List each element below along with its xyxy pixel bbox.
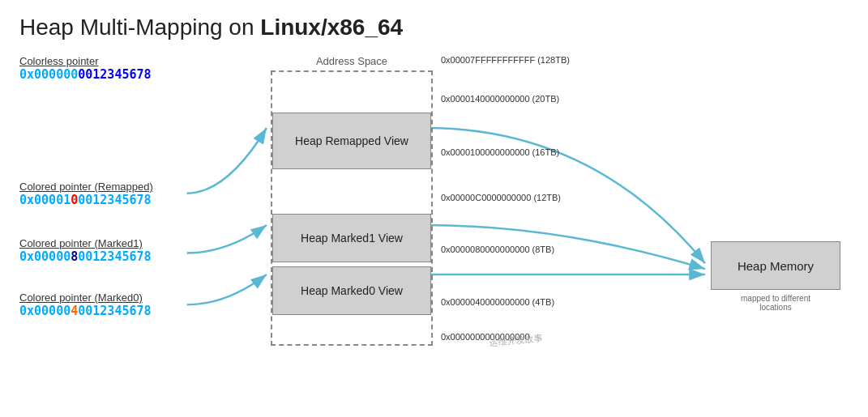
marked1-pointer-group: Colored pointer (Marked1) 0x000008001234… bbox=[19, 237, 152, 264]
diagram-area: Colorless pointer 0x0000000012345678 Col… bbox=[19, 55, 849, 395]
addr-label-12tb: 0x00000C0000000000 (12TB) bbox=[441, 193, 561, 202]
heap-remapped-view: Heap Remapped View bbox=[272, 113, 431, 169]
addr-label-16tb: 0x0000100000000000 (16TB) bbox=[441, 147, 559, 157]
marked1-pointer-value: 0x0000080012345678 bbox=[19, 249, 152, 264]
addr-label-8tb: 0x0000080000000000 (8TB) bbox=[441, 245, 554, 254]
remapped-pointer-group: Colored pointer (Remapped) 0x00001000123… bbox=[19, 181, 153, 207]
marked0-pointer-label: Colored pointer (Marked0) bbox=[19, 291, 152, 304]
colorless-value-highlight: 0012345678 bbox=[78, 67, 151, 82]
addr-label-20tb: 0x0000140000000000 (20TB) bbox=[441, 94, 559, 104]
address-space-label: Address Space bbox=[271, 55, 433, 67]
page-title: Heap Multi-Mapping on Linux/x86_64 bbox=[19, 15, 849, 40]
heap-memory-note: mapped to differentlocations bbox=[711, 294, 840, 312]
remapped-pointer-label: Colored pointer (Remapped) bbox=[19, 181, 153, 193]
heap-memory-label: Heap Memory bbox=[738, 259, 814, 273]
colorless-pointer-label: Colorless pointer bbox=[19, 55, 152, 67]
colorless-pointer-value: 0x0000000012345678 bbox=[19, 67, 152, 82]
remapped-pointer-value: 0x0000100012345678 bbox=[19, 193, 153, 207]
colorless-pointer-group: Colorless pointer 0x0000000012345678 bbox=[19, 55, 152, 82]
arrows-overlay bbox=[19, 55, 849, 395]
colorless-value-prefix: 0x000000 bbox=[19, 67, 78, 82]
marked1-pointer-label: Colored pointer (Marked1) bbox=[19, 237, 152, 249]
heap-memory-box: Heap Memory bbox=[711, 241, 840, 290]
address-box: Heap Remapped View Heap Marked1 View Hea… bbox=[271, 70, 433, 346]
marked0-pointer-value: 0x0000040012345678 bbox=[19, 304, 152, 318]
addr-label-4tb: 0x0000040000000000 (4TB) bbox=[441, 297, 554, 307]
addr-label-128tb: 0x00007FFFFFFFFFFF (128TB) bbox=[441, 55, 570, 65]
page: Heap Multi-Mapping on Linux/x86_64 bbox=[0, 0, 868, 417]
title-prefix: Heap Multi-Mapping on bbox=[19, 15, 260, 40]
title-bold: Linux/x86_64 bbox=[260, 15, 403, 40]
heap-marked0-view: Heap Marked0 View bbox=[272, 266, 431, 315]
heap-marked1-view: Heap Marked1 View bbox=[272, 214, 431, 262]
address-space: Address Space Heap Remapped View Heap Ma… bbox=[271, 55, 433, 346]
marked0-pointer-group: Colored pointer (Marked0) 0x000004001234… bbox=[19, 291, 152, 318]
